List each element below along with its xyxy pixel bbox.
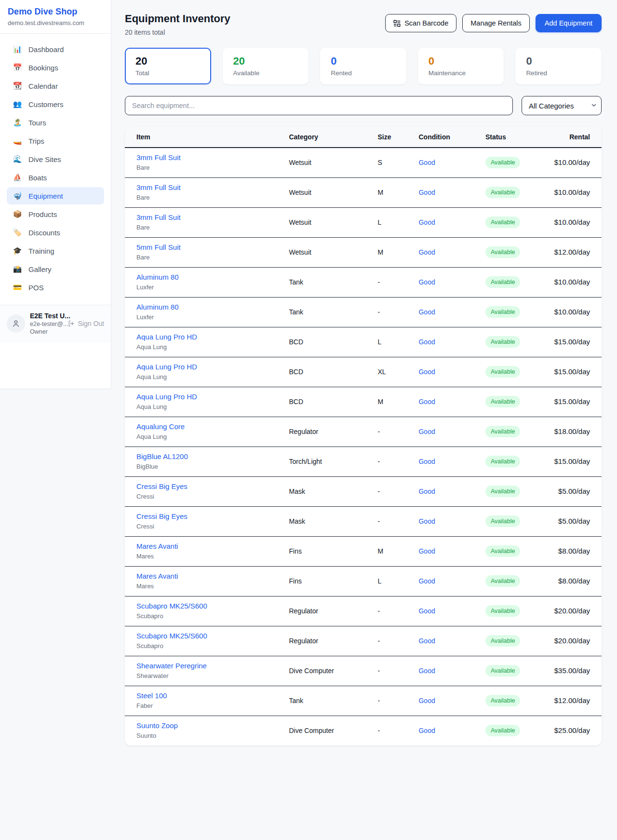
item-condition-link[interactable]: Good bbox=[418, 697, 435, 705]
column-header-size: Size bbox=[366, 127, 407, 148]
item-name-link[interactable]: Steel 100 bbox=[136, 691, 167, 700]
stat-card-maintenance[interactable]: 0 Maintenance bbox=[418, 48, 504, 84]
item-size: L bbox=[366, 327, 407, 357]
sign-out-button[interactable]: Sign Out bbox=[67, 320, 105, 327]
barcode-icon bbox=[393, 20, 401, 27]
item-name-link[interactable]: Aqua Lung Pro HD bbox=[136, 393, 197, 401]
sidebar-item-tours[interactable]: 🏝️ Tours bbox=[7, 114, 104, 131]
nav-item-label: Calendar bbox=[28, 82, 58, 90]
page-title-block: Equipment Inventory 20 items total bbox=[125, 13, 230, 36]
item-size: - bbox=[366, 686, 407, 716]
sidebar-item-calendar[interactable]: 📆 Calendar bbox=[7, 77, 104, 95]
item-condition-link[interactable]: Good bbox=[418, 368, 435, 376]
item-name-link[interactable]: Aqualung Core bbox=[136, 422, 185, 431]
item-brand: Mares bbox=[136, 583, 266, 590]
item-name-link[interactable]: Aluminum 80 bbox=[136, 273, 179, 281]
status-badge: Available bbox=[485, 456, 521, 467]
item-rental: $8.00/day bbox=[558, 577, 590, 585]
item-name-link[interactable]: Shearwater Peregrine bbox=[136, 662, 207, 670]
stat-value: 0 bbox=[331, 55, 396, 68]
item-condition-link[interactable]: Good bbox=[418, 577, 435, 585]
status-badge: Available bbox=[485, 486, 521, 497]
nav-item-label: Trips bbox=[28, 137, 44, 145]
sidebar-item-dive-sites[interactable]: 🌊 Dive Sites bbox=[7, 150, 104, 168]
item-name-link[interactable]: 3mm Full Suit bbox=[136, 183, 181, 191]
item-brand: Bare bbox=[136, 194, 266, 201]
sidebar-item-customers[interactable]: 👥 Customers bbox=[7, 95, 104, 113]
item-condition-link[interactable]: Good bbox=[418, 308, 435, 316]
item-brand: Cressi bbox=[136, 493, 266, 500]
item-condition-link[interactable]: Good bbox=[418, 248, 435, 256]
sidebar-item-boats[interactable]: ⛵ Boats bbox=[7, 169, 104, 186]
item-condition-link[interactable]: Good bbox=[418, 278, 435, 286]
table-row: Aluminum 80 Luxfer Tank - Good Available… bbox=[125, 298, 602, 327]
item-rental: $15.00/day bbox=[554, 457, 590, 465]
item-condition-link[interactable]: Good bbox=[418, 159, 435, 166]
item-condition-link[interactable]: Good bbox=[418, 607, 435, 615]
user-meta: E2E Test U... e2e-tester@... Owner bbox=[30, 312, 63, 335]
brand-title[interactable]: Demo Dive Shop bbox=[8, 7, 102, 17]
item-name-link[interactable]: Mares Avanti bbox=[136, 542, 178, 550]
item-name-link[interactable]: 3mm Full Suit bbox=[136, 213, 181, 221]
item-condition-link[interactable]: Good bbox=[418, 667, 435, 675]
item-category: Wetsuit bbox=[277, 208, 366, 238]
sidebar-item-equipment[interactable]: 🤿 Equipment bbox=[7, 187, 104, 204]
item-condition-link[interactable]: Good bbox=[418, 637, 435, 645]
item-condition-link[interactable]: Good bbox=[418, 517, 435, 525]
item-condition-link[interactable]: Good bbox=[418, 218, 435, 226]
item-name-link[interactable]: Scubapro MK25/S600 bbox=[136, 602, 207, 610]
item-name-link[interactable]: Cressi Big Eyes bbox=[136, 482, 188, 490]
user-email: e2e-tester@... bbox=[30, 321, 63, 327]
sidebar-item-dashboard[interactable]: 📊 Dashboard bbox=[7, 41, 104, 58]
item-rental: $5.00/day bbox=[558, 517, 590, 525]
avatar bbox=[7, 314, 25, 333]
category-select[interactable]: All Categories bbox=[522, 96, 602, 115]
item-name-link[interactable]: Suunto Zoop bbox=[136, 721, 178, 730]
item-size: - bbox=[366, 716, 407, 746]
item-condition-link[interactable]: Good bbox=[418, 398, 435, 406]
user-block: E2E Test U... e2e-tester@... Owner Sign … bbox=[0, 305, 111, 343]
item-condition-link[interactable]: Good bbox=[418, 547, 435, 555]
item-name-link[interactable]: 5mm Full Suit bbox=[136, 243, 181, 251]
category-select-wrap: All Categories bbox=[522, 96, 602, 115]
item-condition-link[interactable]: Good bbox=[418, 458, 435, 465]
nav-item-label: Tours bbox=[28, 119, 46, 127]
status-badge: Available bbox=[485, 426, 521, 437]
sidebar-item-gallery[interactable]: 📸 Gallery bbox=[7, 260, 104, 278]
sidebar-item-products[interactable]: 📦 Products bbox=[7, 205, 104, 223]
item-category: Wetsuit bbox=[277, 238, 366, 268]
stat-card-available[interactable]: 20 Available bbox=[223, 48, 309, 84]
item-condition-link[interactable]: Good bbox=[418, 338, 435, 346]
nav-item-icon: 💳 bbox=[13, 283, 22, 292]
scan-barcode-button[interactable]: Scan Barcode bbox=[385, 14, 456, 32]
item-name-link[interactable]: Mares Avanti bbox=[136, 572, 178, 580]
item-rental: $18.00/day bbox=[554, 427, 590, 435]
stat-card-retired[interactable]: 0 Retired bbox=[515, 48, 602, 84]
item-name-link[interactable]: Cressi Big Eyes bbox=[136, 512, 188, 520]
item-name-link[interactable]: Scubapro MK25/S600 bbox=[136, 632, 207, 640]
stat-card-rented[interactable]: 0 Rented bbox=[320, 48, 406, 84]
item-name-link[interactable]: Aqua Lung Pro HD bbox=[136, 363, 197, 371]
sidebar-item-discounts[interactable]: 🏷️ Discounts bbox=[7, 224, 104, 241]
sidebar-item-bookings[interactable]: 📅 Bookings bbox=[7, 59, 104, 76]
sidebar-item-trips[interactable]: 🚤 Trips bbox=[7, 132, 104, 149]
item-condition-link[interactable]: Good bbox=[418, 488, 435, 495]
stat-card-total[interactable]: 20 Total bbox=[125, 48, 211, 84]
table-row: Aqua Lung Pro HD Aqua Lung BCD XL Good A… bbox=[125, 357, 602, 387]
status-badge: Available bbox=[485, 366, 521, 378]
item-size: XL bbox=[366, 357, 407, 387]
item-name-link[interactable]: Aqua Lung Pro HD bbox=[136, 333, 197, 341]
item-condition-link[interactable]: Good bbox=[418, 727, 435, 734]
manage-rentals-button[interactable]: Manage Rentals bbox=[462, 14, 530, 32]
sign-out-label: Sign Out bbox=[78, 320, 104, 327]
item-name-link[interactable]: Aluminum 80 bbox=[136, 303, 179, 311]
item-name-link[interactable]: 3mm Full Suit bbox=[136, 153, 181, 162]
add-equipment-button[interactable]: Add Equipment bbox=[536, 14, 602, 32]
sidebar-item-pos[interactable]: 💳 POS bbox=[7, 279, 104, 296]
sidebar-item-training[interactable]: 🎓 Training bbox=[7, 242, 104, 259]
search-input[interactable] bbox=[125, 96, 513, 115]
status-badge: Available bbox=[485, 187, 521, 198]
item-condition-link[interactable]: Good bbox=[418, 189, 435, 196]
item-condition-link[interactable]: Good bbox=[418, 428, 435, 435]
item-name-link[interactable]: BigBlue AL1200 bbox=[136, 452, 188, 461]
